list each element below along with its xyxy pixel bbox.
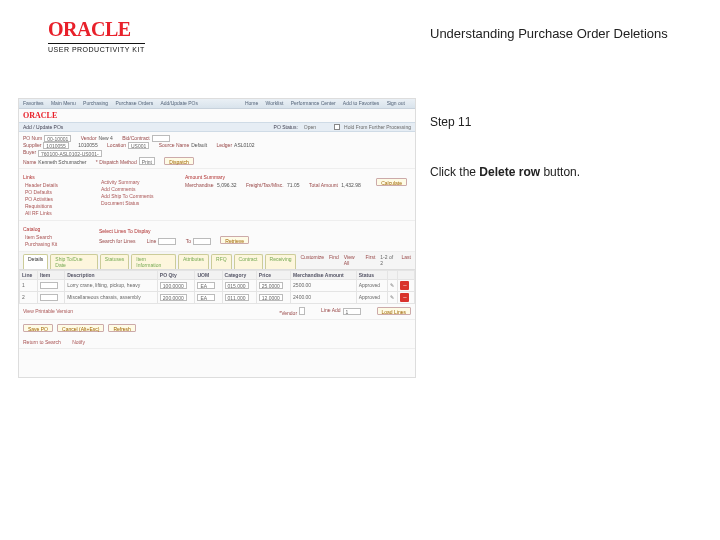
location-label: Location (107, 142, 126, 148)
nav-favorites[interactable]: Favorites (23, 100, 44, 106)
col-line: Line (20, 270, 38, 279)
dispatch-button[interactable]: Dispatch (164, 157, 193, 165)
hold-checkbox[interactable] (334, 124, 340, 130)
po-details: PO Num00-10001 VendorNew 4 Bid/Contract … (19, 132, 415, 169)
delete-row-button[interactable]: – (400, 293, 409, 302)
catalog-item-search[interactable]: Item Search (25, 234, 93, 240)
line-to-input[interactable] (193, 238, 211, 245)
cell-line: 1 (20, 279, 38, 291)
name-value: Kenneth Schumacher (38, 159, 86, 165)
cell-uom-input[interactable]: EA (197, 282, 215, 289)
link-add-comments[interactable]: Add Comments (101, 186, 179, 192)
link-add-shipto[interactable]: Add Ship To Comments (101, 193, 179, 199)
col-cat: Category (222, 270, 256, 279)
cell-item-input[interactable] (40, 282, 58, 289)
cell-amt: 2500.00 (291, 279, 357, 291)
mid-panels: Links Header Details PO Defaults PO Acti… (19, 169, 415, 221)
nav-worklist[interactable]: Worklist (266, 100, 284, 106)
footer-vendor-select[interactable] (299, 307, 305, 315)
location-input[interactable]: US001 (128, 142, 149, 149)
app-brand: ORACLE (19, 109, 415, 122)
po-num-label: PO Num (23, 135, 42, 141)
tab-rfq[interactable]: RFQ (211, 254, 232, 269)
instruction-suffix: button. (540, 165, 580, 179)
instruction-prefix: Click the (430, 165, 479, 179)
po-header-bar: Add / Update POs PO Status: Open Hold Fr… (19, 122, 415, 132)
nav-po[interactable]: Purchase Orders (115, 100, 153, 106)
page-heading: Add / Update POs (23, 124, 63, 130)
step-label: Step 11 (430, 115, 695, 129)
tab-shipto[interactable]: Ship To/Due Date (50, 254, 98, 269)
grid-find[interactable]: Find (329, 254, 339, 269)
cell-item-input[interactable] (40, 294, 58, 301)
nav-signout[interactable]: Sign out (387, 100, 405, 106)
tab-iteminfo[interactable]: Item Information (131, 254, 176, 269)
tab-receiving[interactable]: Receiving (265, 254, 297, 269)
link-requisitions[interactable]: Requisitions (25, 203, 93, 209)
link-po-defaults[interactable]: PO Defaults (25, 189, 93, 195)
cell-comment-icon[interactable]: ✎ (387, 279, 398, 291)
tab-details[interactable]: Details (23, 254, 48, 269)
nav-perf[interactable]: Performance Center (291, 100, 336, 106)
line-from-input[interactable] (158, 238, 176, 245)
line-add-input[interactable]: 1 (343, 308, 361, 315)
link-header-details[interactable]: Header Details (25, 182, 93, 188)
delete-row-button[interactable]: – (400, 281, 409, 290)
cell-cat-input[interactable]: 011.000 (225, 294, 249, 301)
amt-v1: 71.05 (287, 182, 300, 188)
grid-last[interactable]: Last (402, 254, 411, 269)
nav-addupdate[interactable]: Add/Update POs (160, 100, 198, 106)
tab-statuses[interactable]: Statuses (100, 254, 129, 269)
grid-footer: View Printable Version *Vendor Line Add1… (19, 304, 415, 320)
nav-main[interactable]: Main Menu (51, 100, 76, 106)
cell-price-input[interactable]: 25.0000 (259, 282, 283, 289)
calculate-button[interactable]: Calculate (376, 178, 407, 186)
col-uom: UOM (195, 270, 222, 279)
po-status-label: PO Status: (274, 124, 298, 130)
amt-v0: 5,096.32 (217, 182, 236, 188)
nav-fav[interactable]: Add to Favorites (343, 100, 379, 106)
link-po-activities[interactable]: PO Activities (25, 196, 93, 202)
bid-input[interactable] (152, 135, 170, 142)
col-item: Item (38, 270, 65, 279)
lines-grid: Line Item Description PO Qty UOM Categor… (19, 270, 415, 304)
buyer-input[interactable]: 760100-ASL0102-US001- (38, 150, 102, 157)
retrieve-button[interactable]: Retrieve (220, 236, 249, 244)
dispatch-select[interactable]: Print (139, 157, 155, 165)
nav-purchasing[interactable]: Purchasing (83, 100, 108, 106)
footer-vendor-label: *Vendor (279, 310, 297, 316)
link-doc-status[interactable]: Document Status (101, 200, 179, 206)
upk-product-name: USER PRODUCTIVITY KIT (48, 43, 145, 53)
link-activity-summary[interactable]: Activity Summary (101, 179, 179, 185)
cell-comment-icon[interactable]: ✎ (387, 291, 398, 303)
cell-qty-input[interactable]: 200.0000 (160, 294, 187, 301)
cancel-button[interactable]: Cancel (Alt+Esc) (57, 324, 104, 332)
vendor-label: Vendor (81, 135, 97, 141)
supplier-input[interactable]: 1010055 (43, 142, 68, 149)
nav-home[interactable]: Home (245, 100, 258, 106)
cell-desc: Lorry crane, lifting, pickup, heavy (65, 279, 158, 291)
grid-customize[interactable]: Customize (300, 254, 324, 269)
refresh-button[interactable]: Refresh (108, 324, 136, 332)
cell-qty-input[interactable]: 100.0000 (160, 282, 187, 289)
po-num-input[interactable]: 00-10001 (44, 135, 71, 142)
return-link[interactable]: Return to Search (23, 339, 61, 345)
vendor-value: New 4 (99, 135, 113, 141)
instruction-target: Delete row (479, 165, 540, 179)
ledger-label: Ledger (216, 142, 232, 148)
grid-first[interactable]: First (366, 254, 376, 269)
cell-uom-input[interactable]: EA (197, 294, 215, 301)
notify-link[interactable]: Notify (72, 339, 85, 345)
cell-cat-input[interactable]: 015.000 (225, 282, 249, 289)
table-row: 2 Miscellaneous chassis, assembly 200.00… (20, 291, 415, 303)
tab-contract[interactable]: Contract (234, 254, 263, 269)
line-to-label: To (186, 238, 191, 244)
load-lines-button[interactable]: Load Lines (377, 307, 411, 315)
tab-attributes[interactable]: Attributes (178, 254, 209, 269)
catalog-purch-kit[interactable]: Purchasing Kit (25, 241, 93, 247)
grid-viewall[interactable]: View All (344, 254, 361, 269)
save-po-button[interactable]: Save PO (23, 324, 53, 332)
link-all-rtf[interactable]: All RF Links (25, 210, 93, 216)
cell-price-input[interactable]: 12.0000 (259, 294, 283, 301)
view-printable-link[interactable]: View Printable Version (23, 308, 73, 314)
